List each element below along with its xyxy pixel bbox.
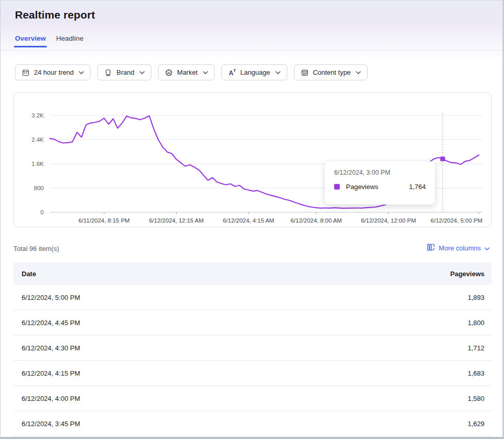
y-axis-tick-label: 2.4K <box>31 137 44 143</box>
calendar-icon <box>22 69 30 77</box>
filter-market-label: Market <box>177 69 198 76</box>
filter-24-hour-trend-label: 24 hour trend <box>34 69 74 76</box>
tooltip-series-row: Pageviews 1,764 <box>334 183 426 191</box>
globe-icon <box>165 69 173 77</box>
column-header-date[interactable]: Date <box>13 270 36 278</box>
x-axis-tick-label: 6/12/2024, 8:00 AM <box>290 217 342 224</box>
x-axis-tick-label: 6/12/2024, 12:15 AM <box>149 217 203 224</box>
chevron-down-icon <box>356 71 361 74</box>
date-cell: 6/12/2024, 4:15 PM <box>13 369 80 377</box>
pageviews-table: Date Pageviews 6/12/2024, 5:00 PM1,8936/… <box>13 262 492 436</box>
date-cell: 6/12/2024, 3:45 PM <box>13 420 80 428</box>
tooltip-date: 6/12/2024, 3:00 PM <box>334 169 426 176</box>
tab-overview-label: Overview <box>15 35 46 42</box>
x-axis-tick-label: 6/11/2024, 8:15 PM <box>78 217 130 224</box>
table-row[interactable]: 6/12/2024, 4:45 PM1,800 <box>13 310 492 335</box>
filter-language[interactable]: A Language <box>221 64 287 80</box>
date-cell: 6/12/2024, 4:45 PM <box>13 319 80 327</box>
table-row[interactable]: 6/12/2024, 5:00 PM1,893 <box>13 285 492 310</box>
filter-brand-label: Brand <box>116 69 134 76</box>
brand-icon <box>104 69 112 77</box>
chevron-down-icon <box>203 71 208 74</box>
y-axis-tick-label: 0 <box>41 209 44 215</box>
table-row[interactable]: 6/12/2024, 4:00 PM1,580 <box>13 386 492 411</box>
table-row[interactable]: 6/12/2024, 4:30 PM1,712 <box>13 335 492 361</box>
pageviews-cell: 1,893 <box>467 294 492 301</box>
filter-24-hour-trend[interactable]: 24 hour trend <box>15 64 91 80</box>
app-window: Realtime report Overview Headline 24 hou… <box>0 0 504 439</box>
tooltip-series-name: Pageviews <box>346 183 378 191</box>
hover-point-marker <box>440 157 445 161</box>
tab-overview[interactable]: Overview <box>15 35 46 47</box>
filter-brand[interactable]: Brand <box>97 64 151 80</box>
x-axis-tick-label: 6/12/2024, 12:00 PM <box>361 217 416 224</box>
trend-chart-svg[interactable]: 08001.6K2.4K3.2K6/11/2024, 8:15 PM6/12/2… <box>14 93 491 227</box>
table-body: 6/12/2024, 5:00 PM1,8936/12/2024, 4:45 P… <box>13 285 492 436</box>
active-tab-indicator <box>14 46 47 47</box>
total-items-label: Total 96 item(s) <box>13 245 59 252</box>
more-columns-button[interactable]: More columns <box>427 243 490 253</box>
pageviews-trend-chart-card: 08001.6K2.4K3.2K6/11/2024, 8:15 PM6/12/2… <box>13 92 492 227</box>
pageviews-cell: 1,629 <box>467 420 492 428</box>
x-axis-tick-label: 6/12/2024, 4:15 AM <box>223 217 274 224</box>
more-columns-label: More columns <box>439 244 481 252</box>
table-row[interactable]: 6/12/2024, 3:45 PM1,629 <box>13 411 492 436</box>
date-cell: 6/12/2024, 4:30 PM <box>13 344 80 352</box>
chevron-down-icon <box>484 244 490 252</box>
chevron-down-icon <box>275 71 281 74</box>
y-axis-tick-label: 1.6K <box>31 161 44 167</box>
filter-language-label: Language <box>240 69 270 76</box>
pageviews-cell: 1,683 <box>467 369 492 377</box>
chevron-down-icon <box>79 71 84 74</box>
series-swatch-icon <box>334 184 340 190</box>
pageviews-cell: 1,580 <box>467 395 492 402</box>
table-row[interactable]: 6/12/2024, 4:15 PM1,683 <box>13 361 492 386</box>
chart-tooltip: 6/12/2024, 3:00 PM Pageviews 1,764 <box>325 161 435 205</box>
tab-headline-label: Headline <box>56 35 83 42</box>
page-title: Realtime report <box>15 9 95 21</box>
table-header-row: Date Pageviews <box>13 262 492 285</box>
tab-headline[interactable]: Headline <box>56 35 83 47</box>
date-cell: 6/12/2024, 4:00 PM <box>13 395 80 402</box>
column-header-pageviews[interactable]: Pageviews <box>450 270 492 278</box>
tooltip-value: 1,764 <box>409 183 426 191</box>
tab-strip: Overview Headline <box>15 35 83 47</box>
filter-content-type-label: Content type <box>313 69 351 76</box>
chevron-down-icon <box>140 71 145 74</box>
filter-market[interactable]: Market <box>158 64 215 80</box>
content-type-icon <box>301 69 309 77</box>
filter-content-type[interactable]: Content type <box>294 64 368 80</box>
y-axis-tick-label: 3.2K <box>31 112 44 119</box>
y-axis-tick-label: 800 <box>34 185 44 191</box>
date-cell: 6/12/2024, 5:00 PM <box>13 294 80 301</box>
columns-edit-icon <box>427 243 435 253</box>
pageviews-cell: 1,712 <box>467 344 492 352</box>
pageviews-cell: 1,800 <box>467 319 492 327</box>
filter-bar: 24 hour trend Brand Market A <box>15 64 368 80</box>
x-axis-tick-label: 6/12/2024, 5:00 PM <box>431 217 482 224</box>
tabstrip-divider <box>1 50 502 50</box>
svg-text:A: A <box>229 70 233 77</box>
translate-icon: A <box>228 69 236 77</box>
